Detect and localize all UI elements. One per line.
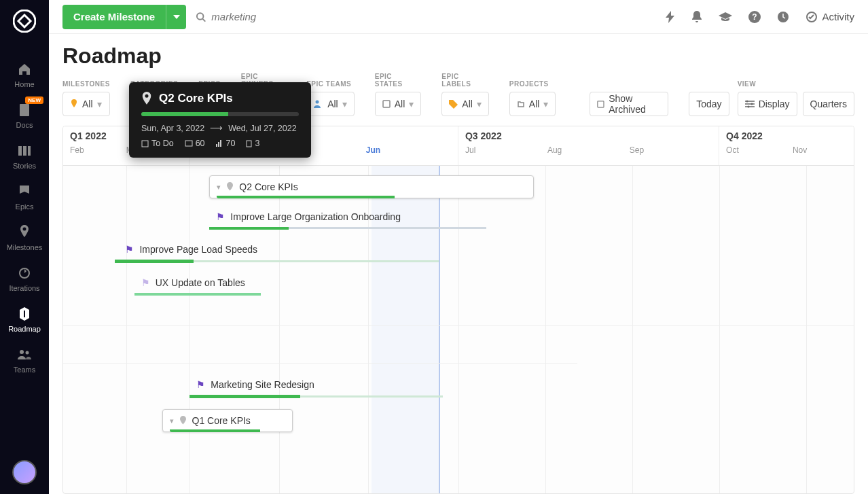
svg-rect-15 [598, 101, 604, 107]
epic-bar[interactable]: ⚑ Marketing Site Redesign [189, 373, 466, 396]
iterations-icon [16, 265, 33, 281]
filter-label: PROJECTS [509, 80, 556, 88]
doc-icon [246, 140, 252, 147]
chevron-down-icon [173, 15, 180, 19]
milestone-bar-q1[interactable]: ▾ Q1 Core KPIs [162, 409, 293, 432]
people-icon [314, 100, 323, 108]
home-icon [16, 61, 33, 77]
tag-icon [449, 100, 458, 109]
filter-label: MILESTONES [62, 80, 110, 88]
nav-docs[interactable]: NEW Docs [0, 95, 49, 136]
teams-icon [16, 347, 33, 363]
filter-epic-states[interactable]: All▾ [375, 92, 422, 116]
month-label: Aug [547, 145, 630, 155]
clock-icon[interactable] [777, 11, 789, 23]
svg-rect-2 [18, 146, 22, 156]
caret-icon: ▾ [342, 99, 347, 109]
nav-home[interactable]: Home [0, 54, 49, 95]
nav-label: Roadmap [8, 325, 41, 333]
epic-bar[interactable]: ⚑ UX Update on Tables [134, 271, 372, 294]
month-label: Jul [465, 145, 547, 155]
collapse-icon[interactable]: ▾ [170, 417, 174, 425]
svg-point-17 [751, 103, 753, 105]
search-box[interactable] [196, 11, 535, 22]
page-title: Roadmap [62, 43, 854, 69]
svg-point-7 [26, 351, 29, 355]
bar-label: Q2 Core KPIs [239, 181, 297, 192]
create-dropdown-button[interactable] [166, 5, 186, 29]
bars-icon [216, 140, 223, 147]
app-logo[interactable] [12, 8, 37, 34]
nav-label: Home [14, 80, 34, 88]
quarter-label: Q4 2022 [726, 130, 847, 141]
main: Create Milestone ? Activity Roadmap MILE… [49, 0, 868, 494]
flag-icon: ⚑ [216, 211, 225, 222]
user-avatar[interactable] [12, 460, 37, 484]
search-icon [196, 12, 206, 22]
nav-label: Milestones [7, 243, 43, 251]
activity-link[interactable]: Activity [806, 11, 854, 23]
filter-label: EPIC LABELS [441, 73, 489, 88]
bolt-icon[interactable] [666, 11, 675, 23]
timeline-body[interactable]: ▾ Q2 Core KPIs ⚑ Improve Large Organizat… [63, 166, 854, 493]
topbar: Create Milestone ? Activity [49, 0, 868, 34]
bell-icon[interactable] [691, 11, 702, 23]
topbar-icons: ? Activity [666, 11, 854, 23]
stories-icon [16, 143, 33, 159]
quarters-button[interactable]: Quarters [803, 92, 854, 116]
arrow-icon: ⟶ [210, 123, 223, 133]
activity-label: Activity [822, 11, 854, 22]
nav-iterations[interactable]: Iterations [0, 258, 49, 299]
filter-epic-labels[interactable]: All▾ [441, 92, 489, 116]
collapse-icon[interactable]: ▾ [217, 183, 221, 192]
help-icon[interactable]: ? [748, 11, 761, 23]
svg-rect-24 [247, 141, 251, 147]
nav-label: Stories [13, 162, 36, 170]
state-icon [382, 100, 391, 108]
nav-teams[interactable]: Teams [0, 340, 49, 381]
bar-label: Improve Page Load Speeds [139, 244, 257, 255]
quarter-label: Q3 2022 [465, 130, 712, 141]
flag-icon: ⚑ [141, 277, 150, 288]
svg-rect-14 [383, 101, 390, 107]
today-button[interactable]: Today [689, 92, 729, 116]
filter-milestones[interactable]: All▾ [62, 92, 110, 116]
svg-point-8 [197, 13, 204, 20]
svg-point-16 [746, 101, 748, 103]
caret-icon: ▾ [97, 99, 102, 109]
bar-label: Marketing Site Redesign [211, 379, 314, 390]
svg-rect-4 [28, 146, 31, 156]
epic-bar[interactable]: ⚑ Improve Page Load Speeds [118, 238, 450, 261]
svg-rect-19 [142, 141, 148, 147]
month-label: Nov [793, 145, 833, 155]
filter-projects[interactable]: All▾ [509, 92, 556, 116]
sliders-icon [745, 100, 755, 108]
show-archived-toggle[interactable]: Show Archived [590, 92, 668, 116]
svg-text:?: ? [753, 12, 757, 22]
nav-milestones[interactable]: Milestones [0, 217, 49, 258]
filter-epic-teams[interactable]: All▾ [306, 92, 355, 116]
svg-rect-20 [185, 141, 192, 146]
nav-roadmap[interactable]: Roadmap [0, 299, 49, 340]
filter-label: VIEW [738, 80, 854, 88]
roadmap-icon [16, 306, 33, 322]
tooltip-val3: 3 [255, 139, 259, 148]
nav-stories[interactable]: Stories [0, 136, 49, 177]
pin-icon [226, 182, 234, 192]
page: Roadmap MILESTONES All▾ CATEGORIES EPICS… [49, 34, 868, 494]
epic-track [289, 227, 486, 229]
create-milestone-button[interactable]: Create Milestone [62, 5, 166, 29]
tooltip-val1: 60 [196, 139, 205, 148]
tooltip-progress [141, 112, 299, 116]
month-label: Feb [70, 145, 107, 155]
epic-bar[interactable]: ⚑ Improve Large Organization Onboarding [209, 205, 486, 228]
svg-rect-23 [220, 140, 221, 147]
search-input[interactable] [211, 11, 535, 22]
svg-point-18 [747, 106, 749, 108]
milestone-bar-q2[interactable]: ▾ Q2 Core KPIs [209, 175, 533, 198]
display-button[interactable]: Display [738, 92, 797, 116]
grad-icon[interactable] [719, 12, 732, 22]
milestone-tooltip: Q2 Core KPIs Sun, Apr 3, 2022 ⟶ Wed, Jul… [129, 82, 311, 158]
epic-progress [115, 260, 194, 263]
nav-epics[interactable]: Epics [0, 177, 49, 217]
